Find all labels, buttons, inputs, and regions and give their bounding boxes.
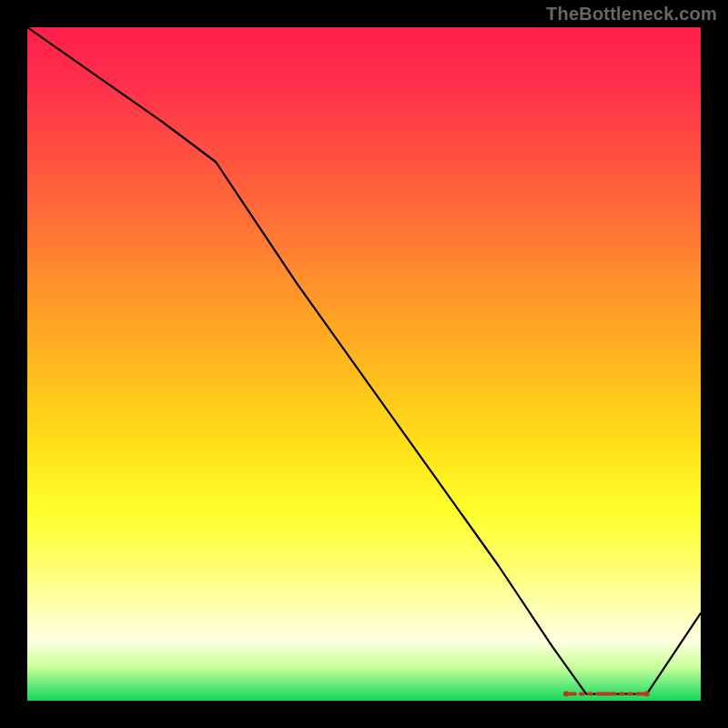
bottleneck-curve — [27, 27, 701, 694]
plot-area — [27, 27, 701, 701]
optimal-range-start-dot — [563, 692, 569, 697]
optimal-range-end-dot — [644, 692, 650, 697]
chart-overlay — [27, 27, 701, 701]
watermark-text: TheBottleneck.com — [546, 4, 717, 25]
chart-stage: TheBottleneck.com — [0, 0, 728, 728]
